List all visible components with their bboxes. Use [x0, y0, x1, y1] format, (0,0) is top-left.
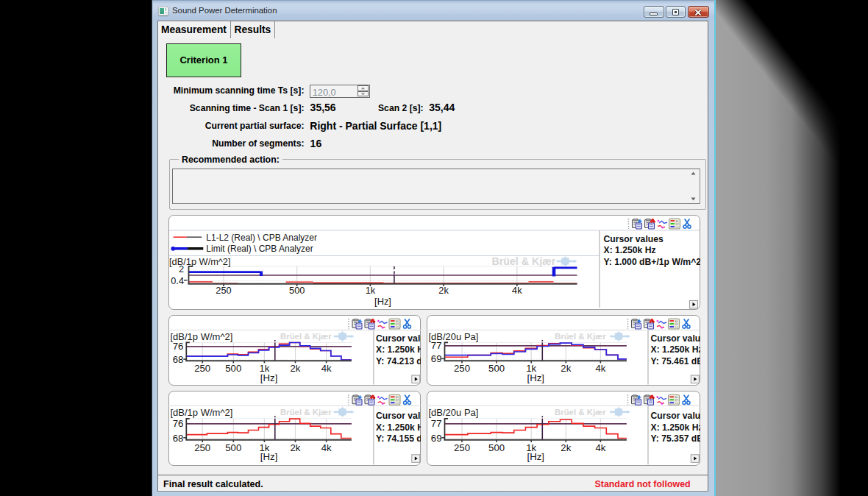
svg-text:4k: 4k: [321, 363, 331, 374]
svg-text:2k: 2k: [438, 285, 449, 296]
svg-text:[Hz]: [Hz]: [374, 296, 391, 307]
svg-text:[Hz]: [Hz]: [527, 451, 544, 462]
svg-text:76: 76: [172, 418, 183, 429]
svg-text:500: 500: [488, 442, 505, 453]
svg-text:[dB/20u Pa]: [dB/20u Pa]: [429, 330, 479, 341]
svg-text:68: 68: [172, 353, 183, 364]
svg-text:250: 250: [194, 442, 210, 453]
svg-text:LC: LC: [675, 401, 679, 404]
svg-text:Cursor values: Cursor values: [651, 333, 701, 343]
svg-text:[Hz]: [Hz]: [260, 372, 277, 383]
svg-text:Cursor values: Cursor values: [376, 333, 421, 343]
svg-text:69: 69: [431, 432, 442, 443]
svg-text:4k: 4k: [321, 442, 331, 453]
svg-text:[dB/20u Pa]: [dB/20u Pa]: [429, 406, 479, 417]
svg-text:X: 1.250k Hz: X: 1.250k Hz: [376, 422, 421, 432]
svg-text:LC: LC: [396, 401, 399, 404]
svg-text:[Hz]: [Hz]: [260, 451, 277, 462]
svg-text:LC: LC: [675, 226, 679, 229]
svg-text:Y: 74.213 dB/1p W/m^2: Y: 74.213 dB/1p W/m^2: [376, 355, 421, 366]
svg-text:2k: 2k: [290, 363, 300, 374]
svg-text:Brüel & Kjær: Brüel & Kjær: [280, 408, 332, 417]
svg-text:0.4: 0.4: [171, 275, 184, 286]
svg-text:500: 500: [289, 285, 305, 296]
svg-text:Brüel & Kjær: Brüel & Kjær: [555, 408, 606, 417]
svg-text:LC: LC: [675, 325, 679, 328]
svg-text:LC: LC: [396, 325, 399, 328]
svg-text:1k: 1k: [365, 285, 375, 296]
svg-text:Cursor values: Cursor values: [376, 411, 421, 421]
svg-text:500: 500: [225, 442, 241, 453]
svg-text:Y: 75.357 dB/20u Pa: Y: 75.357 dB/20u Pa: [651, 433, 701, 444]
svg-text:76: 76: [172, 340, 183, 351]
svg-text:2k: 2k: [290, 442, 300, 453]
svg-text:Limit (Real) \ CPB Analyzer: Limit (Real) \ CPB Analyzer: [206, 244, 313, 254]
svg-text:X: 1.250k Hz: X: 1.250k Hz: [651, 344, 701, 355]
svg-text:[dB/1p W/m^2]: [dB/1p W/m^2]: [169, 256, 231, 267]
svg-text:Y: 74.155 dB/1p W/m^2: Y: 74.155 dB/1p W/m^2: [376, 433, 421, 444]
svg-text:250: 250: [454, 363, 470, 374]
svg-text:Brüel & Kjær: Brüel & Kjær: [555, 332, 606, 341]
svg-text:Cursor values: Cursor values: [651, 411, 701, 421]
svg-text:69: 69: [431, 353, 442, 364]
svg-text:500: 500: [488, 363, 505, 374]
svg-text:68: 68: [172, 432, 183, 443]
svg-text:4k: 4k: [595, 363, 605, 374]
svg-text:250: 250: [216, 285, 231, 296]
svg-text:[dB/1p W/m^2]: [dB/1p W/m^2]: [170, 406, 232, 417]
svg-text:X: 1.250k Hz: X: 1.250k Hz: [376, 344, 421, 355]
svg-text:[Hz]: [Hz]: [527, 372, 544, 383]
svg-text:Y: 1.000 dB+/1p W/m^2: Y: 1.000 dB+/1p W/m^2: [603, 257, 700, 267]
svg-text:X: 1.250k Hz: X: 1.250k Hz: [603, 245, 655, 255]
svg-text:Brüel & Kjær: Brüel & Kjær: [491, 255, 555, 267]
svg-text:77: 77: [431, 418, 442, 429]
svg-text:500: 500: [225, 363, 241, 374]
svg-text:[dB/1p W/m^2]: [dB/1p W/m^2]: [170, 330, 232, 341]
svg-text:2k: 2k: [561, 363, 571, 374]
svg-text:4k: 4k: [512, 285, 522, 296]
svg-text:4k: 4k: [595, 442, 605, 453]
svg-text:Brüel & Kjær: Brüel & Kjær: [280, 332, 332, 341]
svg-text:Y: 75.461 dB/20u Pa: Y: 75.461 dB/20u Pa: [651, 355, 701, 366]
svg-text:250: 250: [194, 363, 210, 374]
svg-text:2k: 2k: [561, 442, 571, 453]
svg-text:250: 250: [454, 442, 470, 453]
svg-text:X: 1.250k Hz: X: 1.250k Hz: [651, 422, 701, 432]
svg-text:L1-L2 (Real) \ CPB Analyzer: L1-L2 (Real) \ CPB Analyzer: [206, 233, 317, 243]
svg-text:Cursor values: Cursor values: [603, 234, 664, 244]
